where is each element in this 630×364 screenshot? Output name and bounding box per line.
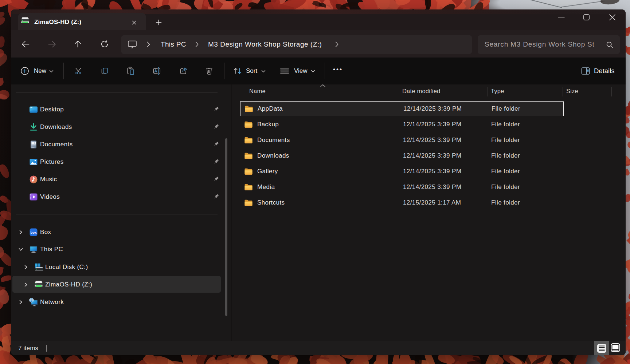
svg-text:box: box [31,230,37,234]
